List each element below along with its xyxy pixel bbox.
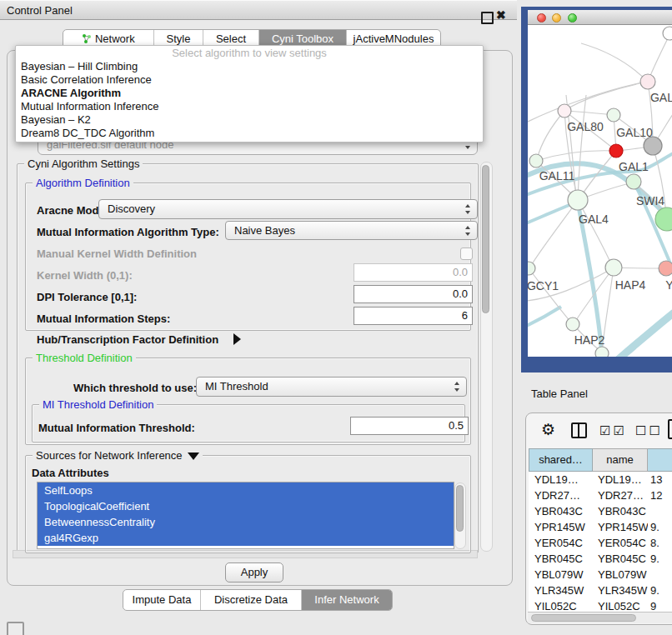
- table-cell[interactable]: YER054C: [593, 535, 648, 551]
- table-cell[interactable]: 9.: [648, 519, 672, 535]
- network-edge[interactable]: [564, 82, 648, 111]
- network-node-gcy1[interactable]: [528, 262, 535, 275]
- table-row[interactable]: YDR27…YDR27…12: [529, 488, 672, 503]
- network-node[interactable]: [659, 261, 672, 276]
- table-cell[interactable]: YBR045C: [593, 551, 648, 567]
- table-row[interactable]: YPR145WYPR145W9.: [529, 519, 672, 535]
- algorithm-option[interactable]: Bayesian – Hill Climbing: [16, 60, 483, 73]
- table-cell[interactable]: 12: [648, 488, 672, 503]
- table-cell[interactable]: YBR045C: [529, 551, 593, 567]
- deselect-all-icon[interactable]: ☐☐: [635, 423, 663, 438]
- select-all-icon[interactable]: ☑☑: [599, 423, 627, 438]
- algorithm-option[interactable]: Dream8 DC_TDC Algorithm: [16, 127, 483, 140]
- attributes-list-scrollbar[interactable]: [454, 482, 466, 549]
- table-cell[interactable]: YBR043C: [593, 503, 648, 519]
- table-cell[interactable]: YDR27…: [593, 488, 648, 503]
- column-header-shared-name[interactable]: shared…: [529, 448, 593, 472]
- table-row[interactable]: YBR045CYBR045C9.: [529, 551, 672, 567]
- mi-steps-field[interactable]: 6: [354, 307, 473, 325]
- manual-kernel-width-checkbox[interactable]: [460, 248, 473, 260]
- close-icon[interactable]: ✖: [496, 8, 506, 22]
- mi-algorithm-type-combobox[interactable]: Naive Bayes: [225, 221, 478, 240]
- network-edge[interactable]: [608, 302, 672, 357]
- table-cell[interactable]: YLR345W: [593, 582, 648, 598]
- table-cell[interactable]: YBL079W: [529, 567, 593, 582]
- table-cell[interactable]: 9: [648, 598, 672, 612]
- aracne-mode-combobox[interactable]: Discovery: [98, 199, 478, 219]
- table-cell[interactable]: YER054C: [529, 535, 593, 551]
- algorithm-option[interactable]: Basic Correlation Inference: [16, 73, 483, 87]
- network-edge[interactable]: [564, 111, 614, 115]
- settings-scrollbar[interactable]: [480, 162, 493, 552]
- dpi-tolerance-field[interactable]: 0.0: [354, 285, 473, 303]
- network-edge[interactable]: [574, 268, 614, 322]
- tab-infer-network[interactable]: Infer Network: [301, 590, 392, 610]
- table-cell[interactable]: 8.: [648, 535, 672, 551]
- network-node-gal1[interactable]: [644, 137, 662, 155]
- column-header-name[interactable]: name: [593, 448, 648, 472]
- table-row[interactable]: YLR345WYLR345W9.: [529, 582, 672, 598]
- minimize-traffic-light-icon[interactable]: [552, 13, 561, 22]
- network-node-gal4[interactable]: [568, 190, 588, 210]
- network-node[interactable]: [663, 27, 672, 40]
- network-edge[interactable]: [578, 95, 586, 198]
- table-cell[interactable]: 13: [648, 472, 672, 488]
- close-traffic-light-icon[interactable]: [537, 13, 546, 22]
- network-canvas[interactable]: GAL80GAL10GAL1GAL11SWI4GAL4GCY1HAP4HAP2G…: [528, 25, 672, 357]
- zoom-traffic-light-icon[interactable]: [568, 13, 577, 22]
- mi-threshold-field[interactable]: 0.5: [350, 417, 469, 435]
- network-edge[interactable]: [581, 43, 648, 82]
- network-edge[interactable]: [536, 151, 614, 161]
- network-edge[interactable]: [528, 307, 561, 330]
- table-row[interactable]: YER054CYER054C8.: [529, 535, 672, 551]
- network-edge[interactable]: [528, 205, 569, 227]
- function-builder-icon[interactable]: [668, 419, 672, 439]
- scrollbar-thumb[interactable]: [482, 165, 489, 313]
- scrollbar-thumb[interactable]: [531, 614, 636, 622]
- split-panel-icon[interactable]: [571, 422, 587, 438]
- network-window-titlebar[interactable]: [528, 10, 672, 25]
- kernel-width-field[interactable]: 0.0: [354, 263, 473, 282]
- table-row[interactable]: YDL19…YDL19…13: [529, 472, 672, 488]
- float-window-icon[interactable]: [481, 12, 494, 24]
- network-node[interactable]: [655, 208, 672, 231]
- table-cell[interactable]: [648, 503, 672, 519]
- scrollbar-thumb[interactable]: [456, 485, 464, 532]
- network-node[interactable]: [640, 74, 655, 89]
- apply-button[interactable]: Apply: [225, 562, 283, 582]
- table-cell[interactable]: YDL19…: [529, 472, 593, 488]
- table-cell[interactable]: YBR043C: [529, 503, 593, 519]
- collapse-triangle-icon[interactable]: [188, 452, 199, 460]
- network-node-hap2[interactable]: [566, 318, 579, 331]
- table-cell[interactable]: YDL19…: [593, 472, 648, 488]
- network-node-gal11[interactable]: [529, 154, 543, 168]
- table-row[interactable]: YIL052CYIL052C9: [529, 598, 672, 612]
- network-node[interactable]: [609, 144, 623, 158]
- column-header-partial[interactable]: [648, 448, 672, 472]
- settings-gear-icon[interactable]: ⚙: [541, 420, 555, 439]
- network-node-gal10[interactable]: [607, 108, 620, 122]
- algorithm-option-highlighted[interactable]: ARACNE Algorithm: [16, 87, 483, 100]
- dock-window-icon[interactable]: [7, 622, 24, 635]
- network-node[interactable]: [595, 347, 609, 357]
- network-node-hap4[interactable]: [605, 259, 622, 276]
- network-edge[interactable]: [537, 111, 564, 159]
- tab-discretize-data[interactable]: Discretize Data: [200, 590, 301, 610]
- algorithm-option[interactable]: Mutual Information Inference: [16, 100, 483, 113]
- table-cell[interactable]: YLR345W: [529, 582, 593, 598]
- algorithm-option[interactable]: Bayesian – K2: [16, 113, 483, 127]
- table-cell[interactable]: YPR145W: [529, 519, 593, 535]
- table-cell[interactable]: YIL052C: [593, 598, 648, 612]
- tab-impute-data[interactable]: Impute Data: [123, 590, 200, 610]
- table-cell[interactable]: 9.: [648, 551, 672, 567]
- expand-triangle-icon[interactable]: [233, 333, 241, 345]
- table-cell[interactable]: YPR145W: [593, 519, 648, 535]
- table-row[interactable]: YBR043CYBR043C: [529, 503, 672, 519]
- table-hscrollbar[interactable]: [528, 612, 672, 623]
- table-cell[interactable]: YBL079W: [593, 567, 648, 582]
- table-row[interactable]: YBL079WYBL079W: [529, 567, 672, 582]
- table-cell[interactable]: 9.: [648, 582, 672, 598]
- table-cell[interactable]: [648, 567, 672, 582]
- table-cell[interactable]: YDR27…: [529, 488, 593, 503]
- network-node-gal80[interactable]: [558, 104, 571, 118]
